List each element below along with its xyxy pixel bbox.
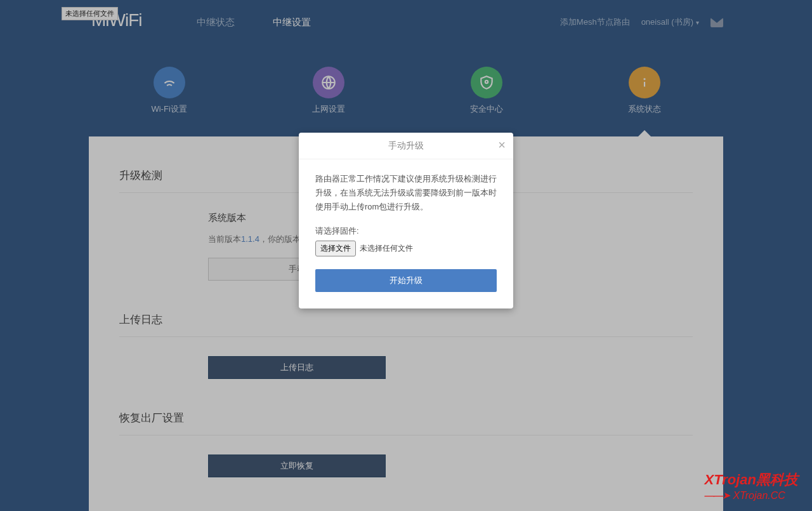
file-status-text: 未选择任何文件	[360, 243, 413, 254]
close-icon[interactable]: ×	[498, 138, 506, 151]
arrow-right-icon: ——➤	[704, 489, 729, 501]
modal-description: 路由器正常工作情况下建议使用系统升级检测进行升级，在当系统无法升级或需要降级到前…	[315, 172, 497, 214]
choose-file-button[interactable]: 选择文件	[315, 241, 356, 256]
modal-layer: 手动升级 × 路由器正常工作情况下建议使用系统升级检测进行升级，在当系统无法升级…	[0, 0, 812, 511]
modal-title: 手动升级	[388, 140, 424, 152]
modal-body: 路由器正常工作情况下建议使用系统升级检测进行升级，在当系统无法升级或需要降级到前…	[299, 159, 513, 309]
watermark: XTrojan黑科技 ——➤ XTrojan.CC	[704, 470, 798, 501]
modal-header: 手动升级 ×	[299, 133, 513, 159]
manual-upgrade-modal: 手动升级 × 路由器正常工作情况下建议使用系统升级检测进行升级，在当系统无法升级…	[299, 133, 513, 309]
file-select-label: 请选择固件:	[315, 225, 497, 237]
file-input-row: 选择文件 未选择任何文件	[315, 241, 497, 256]
watermark-title: XTrojan黑科技	[704, 470, 798, 489]
start-upgrade-button[interactable]: 开始升级	[315, 269, 497, 292]
watermark-url: ——➤ XTrojan.CC	[704, 489, 798, 501]
